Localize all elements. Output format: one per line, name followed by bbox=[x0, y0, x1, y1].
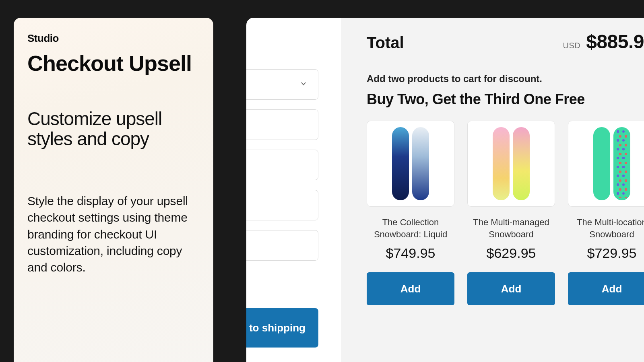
product-card: The Collection Snowboard: Liquid $749.95… bbox=[367, 121, 454, 305]
snowboard-icon bbox=[392, 127, 409, 200]
form-select-field[interactable] bbox=[246, 69, 318, 100]
product-price: $729.95 bbox=[568, 245, 644, 261]
product-card: The Multi-managed Snowboard $629.95 Add bbox=[467, 121, 555, 305]
snowboard-icon bbox=[593, 127, 610, 200]
divider bbox=[367, 61, 644, 61]
form-text-field[interactable] bbox=[246, 150, 318, 180]
total-amount: $885.9 bbox=[586, 31, 644, 53]
studio-brand: Studio bbox=[27, 32, 200, 45]
form-text-field[interactable] bbox=[246, 230, 318, 261]
product-card: The Multi-location Snowboard $729.95 Add bbox=[568, 121, 644, 305]
studio-body: Style the display of your upsell checkou… bbox=[27, 193, 200, 276]
snowboard-icon bbox=[613, 127, 630, 200]
product-name: The Multi-managed Snowboard bbox=[467, 216, 555, 241]
form-text-field[interactable] bbox=[246, 190, 318, 220]
currency-code: USD bbox=[563, 41, 580, 50]
product-name: The Collection Snowboard: Liquid bbox=[367, 216, 454, 241]
add-to-cart-button[interactable]: Add bbox=[568, 272, 644, 305]
total-row: Total USD $885.9 bbox=[367, 18, 644, 61]
snowboard-icon bbox=[493, 127, 510, 200]
studio-subtitle: Customize upsell styles and copy bbox=[27, 109, 200, 149]
product-name: The Multi-location Snowboard bbox=[568, 216, 644, 241]
continue-button-label: ue to shipping bbox=[246, 322, 305, 334]
snowboard-icon bbox=[513, 127, 530, 200]
product-image bbox=[367, 121, 454, 207]
add-to-cart-button[interactable]: Add bbox=[367, 272, 454, 305]
page-title: Checkout Upsell bbox=[27, 52, 200, 75]
order-summary-panel: Total USD $885.9 Add two products to car… bbox=[341, 18, 644, 362]
product-image bbox=[568, 121, 644, 207]
total-label: Total bbox=[367, 34, 404, 52]
product-price: $749.95 bbox=[367, 245, 454, 261]
form-text-field[interactable] bbox=[246, 109, 318, 140]
upsell-product-row: The Collection Snowboard: Liquid $749.95… bbox=[367, 121, 644, 305]
studio-info-card: Studio Checkout Upsell Customize upsell … bbox=[14, 18, 213, 362]
checkout-form-panel: ue to shipping bbox=[246, 18, 341, 362]
upsell-hint: Add two products to cart for discount. bbox=[367, 73, 644, 84]
chevron-down-icon bbox=[299, 80, 308, 89]
product-price: $629.95 bbox=[467, 245, 555, 261]
snowboard-icon bbox=[412, 127, 429, 200]
product-image bbox=[467, 121, 555, 207]
continue-to-shipping-button[interactable]: ue to shipping bbox=[246, 308, 318, 348]
upsell-title: Buy Two, Get the Third One Free bbox=[367, 91, 644, 108]
add-to-cart-button[interactable]: Add bbox=[467, 272, 555, 305]
